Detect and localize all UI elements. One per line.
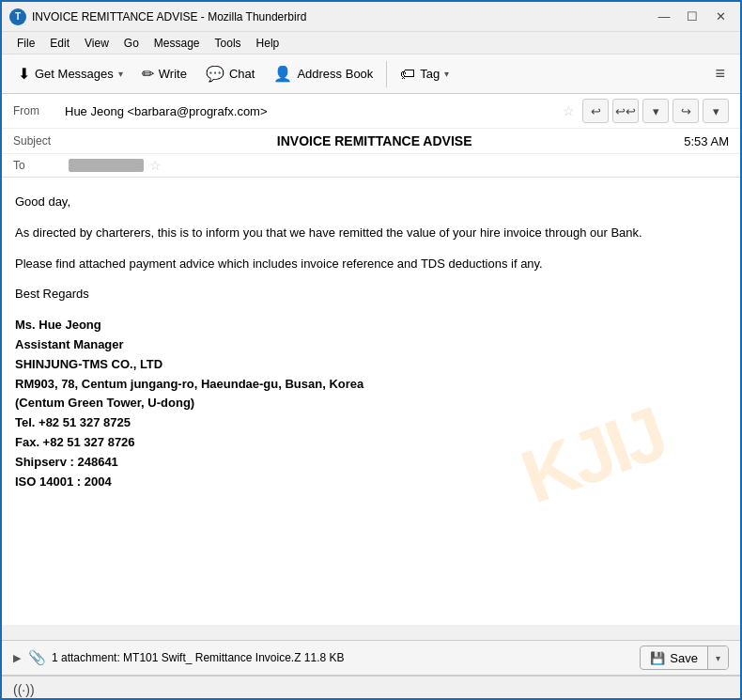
- tag-button[interactable]: 🏷 Tag ▾: [392, 61, 457, 87]
- chat-label: Chat: [229, 67, 255, 81]
- forward-button[interactable]: ↪: [672, 99, 699, 123]
- sig-fax: Fax. +82 51 327 8726: [15, 433, 727, 453]
- maximize-button[interactable]: ☐: [680, 8, 704, 25]
- expand-button[interactable]: ▾: [642, 99, 669, 123]
- signature: Ms. Hue Jeong Assistant Manager SHINJUNG…: [15, 316, 727, 491]
- save-button[interactable]: 💾 Save ▾: [640, 646, 729, 670]
- sig-building: (Centum Green Tower, U-dong): [15, 394, 727, 413]
- from-row: From Hue Jeong <barbara@prografx.com> ☆ …: [2, 94, 740, 129]
- save-main-button[interactable]: 💾 Save: [641, 651, 707, 665]
- get-messages-arrow-icon: ▾: [118, 69, 123, 79]
- save-dropdown-arrow-icon[interactable]: ▾: [707, 646, 728, 669]
- sig-company: SHINJUNG-TMS CO., LTD: [15, 355, 727, 375]
- greeting: Good day,: [15, 193, 727, 212]
- regards: Best Regards: [15, 285, 727, 304]
- from-value: Hue Jeong <barbara@prografx.com>: [65, 104, 557, 118]
- reply-all-button[interactable]: ↩↩: [612, 99, 639, 123]
- title-bar-text: INVOICE REMITTANCE ADVISE - Mozilla Thun…: [32, 10, 652, 23]
- attachment-text: 1 attachment: MT101 Swift_ Remittance In…: [52, 651, 640, 664]
- time-value: 5:53 AM: [684, 134, 729, 148]
- sig-address: RM903, 78, Centum jungang-ro, Haeundae-g…: [15, 375, 727, 395]
- from-label: From: [13, 104, 65, 117]
- reply-button[interactable]: ↩: [582, 99, 609, 123]
- subject-value: INVOICE REMITTANCE ADVISE: [277, 133, 472, 148]
- toolbar: ⬇ Get Messages ▾ ✏ Write 💬 Chat 👤 Addres…: [2, 54, 740, 94]
- sig-title: Assistant Manager: [15, 335, 727, 355]
- app-icon: T: [9, 8, 26, 25]
- save-label: Save: [670, 651, 698, 665]
- chat-button[interactable]: 💬 Chat: [197, 60, 263, 87]
- menu-bar: File Edit View Go Message Tools Help: [2, 32, 740, 54]
- to-row: To ☆: [2, 154, 740, 177]
- menu-view[interactable]: View: [77, 35, 116, 52]
- to-value-redacted: [69, 159, 144, 172]
- email-header: From Hue Jeong <barbara@prografx.com> ☆ …: [2, 94, 740, 178]
- menu-help[interactable]: Help: [249, 35, 287, 52]
- sig-iso: ISO 14001 : 2004: [15, 473, 727, 492]
- address-book-icon: 👤: [273, 65, 292, 83]
- paragraph2: Please find attached payment advice whic…: [15, 255, 727, 274]
- menu-tools[interactable]: Tools: [208, 35, 249, 52]
- title-bar: T INVOICE REMITTANCE ADVISE - Mozilla Th…: [2, 2, 740, 32]
- tag-icon: 🏷: [400, 66, 415, 83]
- reply-actions: ↩ ↩↩ ▾ ↪ ▾: [582, 99, 729, 123]
- paperclip-icon: 📎: [28, 649, 46, 666]
- from-star-icon[interactable]: ☆: [563, 103, 575, 118]
- get-messages-icon: ⬇: [18, 65, 30, 83]
- more-button[interactable]: ▾: [703, 99, 729, 123]
- wifi-icon: ((·)): [13, 682, 35, 697]
- subject-row: Subject INVOICE REMITTANCE ADVISE 5:53 A…: [2, 129, 740, 154]
- to-star-icon[interactable]: ☆: [149, 158, 162, 173]
- tag-label: Tag: [420, 67, 440, 81]
- menu-message[interactable]: Message: [147, 35, 208, 52]
- sig-shipserv: Shipserv : 248641: [15, 453, 727, 473]
- write-button[interactable]: ✏ Write: [133, 60, 195, 87]
- address-book-button[interactable]: 👤 Address Book: [265, 60, 381, 87]
- paragraph1: As directed by charterers, this is to in…: [15, 224, 727, 243]
- attachment-bar: ▶ 📎 1 attachment: MT101 Swift_ Remittanc…: [2, 640, 740, 676]
- menu-go[interactable]: Go: [116, 35, 147, 52]
- status-bar: ((·)): [2, 676, 740, 700]
- address-book-label: Address Book: [297, 67, 373, 81]
- get-messages-label: Get Messages: [35, 67, 114, 81]
- write-icon: ✏: [142, 65, 154, 83]
- to-label: To: [13, 159, 65, 172]
- sig-name: Ms. Hue Jeong: [15, 316, 727, 335]
- attachment-expand-icon[interactable]: ▶: [13, 652, 21, 664]
- menu-file[interactable]: File: [9, 35, 42, 52]
- toolbar-separator: [386, 61, 387, 87]
- sig-tel: Tel. +82 51 327 8725: [15, 413, 727, 433]
- chat-icon: 💬: [206, 65, 224, 83]
- email-content-area: KJIJ Good day, As directed by charterers…: [2, 178, 740, 640]
- menu-edit[interactable]: Edit: [42, 35, 77, 52]
- email-body: Good day, As directed by charterers, thi…: [2, 178, 740, 625]
- close-button[interactable]: ✕: [708, 8, 733, 25]
- title-bar-controls: — ☐ ✕: [652, 8, 733, 25]
- write-label: Write: [159, 67, 187, 81]
- minimize-button[interactable]: —: [652, 8, 676, 25]
- save-disk-icon: 💾: [650, 651, 665, 665]
- toolbar-menu-button[interactable]: ≡: [707, 60, 733, 87]
- subject-label: Subject: [13, 134, 65, 148]
- tag-arrow-icon: ▾: [444, 69, 449, 79]
- get-messages-button[interactable]: ⬇ Get Messages ▾: [9, 60, 131, 87]
